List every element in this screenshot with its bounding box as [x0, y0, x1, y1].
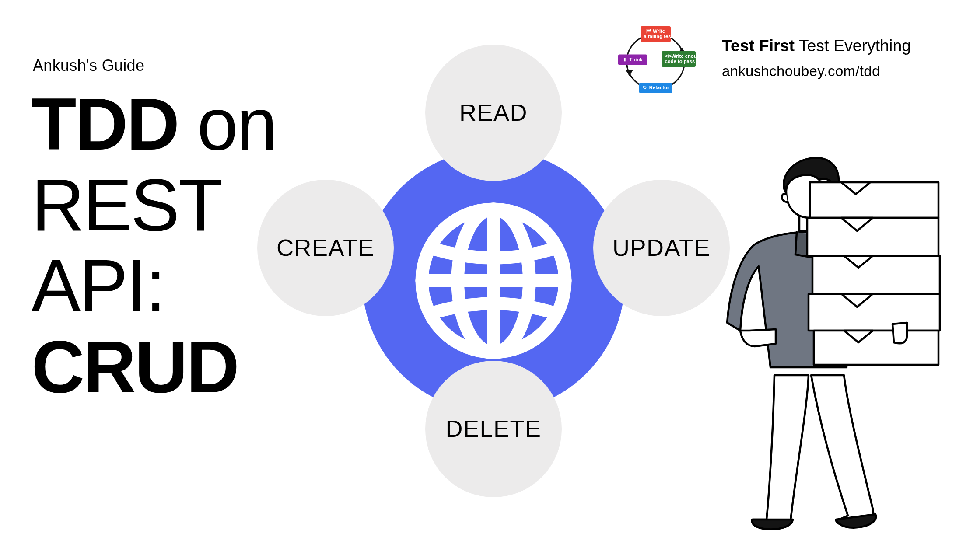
svg-rect-8 — [810, 182, 938, 218]
title-tdd: TDD — [32, 84, 178, 166]
svg-rect-12 — [814, 331, 938, 365]
tagline-bold: Test First — [722, 36, 794, 55]
svg-rect-10 — [812, 256, 940, 294]
badge-write-failing-test: ⛿ Write a failing test — [640, 26, 671, 42]
title-on: on — [178, 84, 276, 166]
crud-bubble-create: CREATE — [257, 180, 394, 316]
tagline-rest: Test Everything — [794, 36, 911, 55]
person-illustration — [676, 126, 952, 546]
svg-rect-9 — [807, 218, 938, 256]
crud-cluster: READ CREATE UPDATE DELETE — [264, 51, 723, 510]
title-crud: CRUD — [32, 326, 276, 407]
globe-icon — [412, 199, 575, 362]
title-rest: REST — [32, 165, 276, 246]
crud-bubble-delete: DELETE — [425, 361, 562, 497]
svg-rect-11 — [808, 294, 940, 331]
tagline-url: ankushchoubey.com/tdd — [722, 63, 911, 80]
kicker-text: Ankush's Guide — [33, 56, 144, 75]
poster: Ankush's Guide TDD on REST API: CRUD ⛿ W… — [0, 0, 980, 551]
title-api: API: — [32, 246, 276, 327]
top-right-caption: Test First Test Everything ankushchoubey… — [722, 36, 911, 80]
crud-bubble-read: READ — [425, 45, 562, 181]
main-title: TDD on REST API: CRUD — [32, 84, 276, 407]
